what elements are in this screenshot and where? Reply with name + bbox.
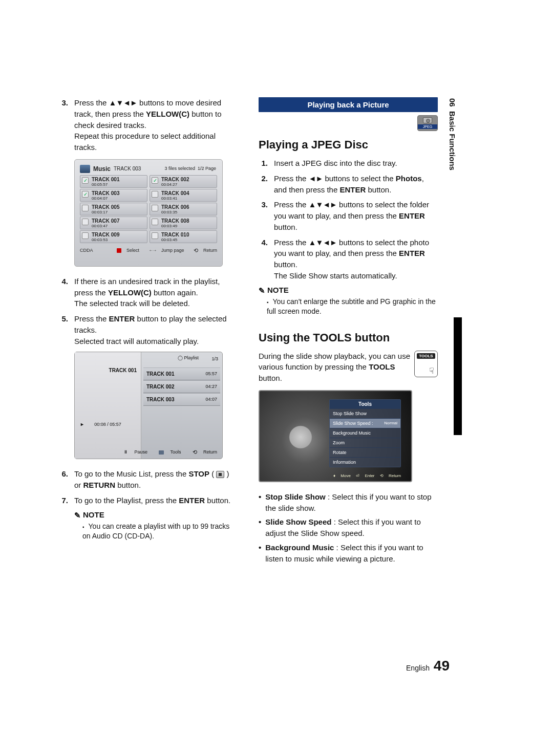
step-number: 3. [259,199,268,232]
playlist-label: Playlist [184,355,199,360]
arrow-icons: ▲▼◄► [309,238,337,247]
files-selected: 3 files selected [164,166,195,171]
footer-buttons: Select ←→ Jump page ⟲Return [109,247,217,254]
note-list: You can create a playlist with up to 99 … [82,522,238,542]
playlist-row: TRACK 00105:57 [143,368,220,380]
enter-label: ENTER [399,249,425,257]
track-name: TRACK 003 [92,190,145,196]
jpeg-label: JPEG [418,124,437,129]
return-label: Return [389,473,401,478]
track-row: ✓TRACK 00100:05:57 [80,175,147,188]
track-duration: 00:04:07 [92,196,145,201]
tools-icon [159,450,164,455]
step-6: 6. To go to the Music List, press the ST… [59,468,238,491]
bullet-item: Background Music : Select this if you wa… [259,542,438,565]
heading-playing-jpeg: Playing a JPEG Disc [259,138,438,152]
check-icon [82,232,89,239]
txt: The Slide Show starts automatically. [274,271,397,280]
txt: button. [115,481,141,489]
cdda-label: CDDA [80,248,93,253]
photos-label: Photos [396,174,422,183]
move-label: Move [341,473,351,478]
track-columns: ✓TRACK 00100:05:57 ✓TRACK 00300:04:07 TR… [80,175,217,244]
track-name: TRACK 007 [92,218,145,224]
yellow-c-label: YELLOW(C) [108,288,152,297]
return-label: Return [203,248,217,253]
track-name: TRACK 009 [92,232,145,237]
badge-row: JPEG [259,115,438,131]
track-duration: 00:03:45 [161,237,215,242]
track-duration: 00:04:27 [161,182,215,187]
thumb-index-bar [454,317,462,435]
enter-label: ENTER [109,314,135,323]
txt: To go to the Playlist, press the [74,496,179,505]
camera-icon [423,117,432,123]
check-icon: ✓ [152,177,158,184]
track-row: ✓TRACK 00300:04:07 [80,189,147,202]
bullet-item: Slide Show Speed : Select this if you wa… [259,516,438,539]
tools-button-illustration: TOOLS ☟ [414,351,438,377]
chapter-number: 06 [448,98,457,107]
step-text: To go to the Music List, press the STOP … [74,468,238,491]
note-item: You can't enlarge the subtitle and PG gr… [267,297,438,317]
bullet-term: Stop Slide Show [265,492,326,501]
enter-label: ENTER [399,211,425,220]
step-7: 7. To go to the Playlist, press the ENTE… [59,495,238,506]
track-name: TRACK 008 [161,218,215,224]
shot2-footer: ⏸ Pause Tools ⟲Return [118,449,217,456]
track-row: TRACK 00800:03:49 [150,217,217,229]
jump-label: Jump page [161,248,184,253]
tools-menu-item: Zoom [330,438,400,447]
txt: Press the [274,238,309,247]
step-text: To go to the Playlist, press the ENTER b… [74,495,230,506]
track-duration: 00:05:57 [92,182,145,187]
stop-label: STOP [188,469,209,478]
playlist-page: 1/3 [211,356,218,361]
music-title: Music [93,165,111,172]
txt: Press the [274,174,309,183]
tools-footer: ♦ Move ⏎ Enter ⟲ Return [329,473,401,478]
pl-dur: 05:57 [205,371,217,377]
item-name: Stop Slide Show [333,411,367,416]
tools-screenshot: Tools Stop Slide Show Slide Show Speed :… [259,390,412,482]
track-name: TRACK 001 [92,177,145,182]
txt: The selected track will be deleted. [74,299,190,308]
page-indicator: 1/2 Page [198,166,216,171]
tools-btn-label: TOOLS [417,353,435,359]
track-row: TRACK 00500:03:17 [80,203,147,215]
note-list: You can't enlarge the subtitle and PG gr… [267,297,438,317]
check-icon: ✓ [82,191,89,198]
track-name: TRACK 002 [161,177,215,182]
step-text: Press the ▲▼◄► buttons to move desired t… [74,97,238,153]
column-right: Playing back a Picture JPEG Playing a JP… [259,97,438,567]
check-icon [82,219,89,225]
bullet-term: Background Music [265,543,334,552]
step-number: 6. [59,468,68,491]
move-btn: ♦ Move [333,473,351,478]
track-name: TRACK 006 [161,204,215,210]
txt: button. [274,223,297,231]
pl-name: TRACK 003 [146,397,174,402]
check-icon [152,191,158,198]
step-r3: 3. Press the ▲▼◄► buttons to select the … [259,199,438,232]
check-icon [152,205,158,211]
txt: button. [259,374,282,382]
step-3: 3. Press the ▲▼◄► buttons to move desire… [59,97,238,153]
txt: Press the [74,98,109,107]
txt: Selected tract will automatically play. [74,337,199,345]
select-btn: Select [113,248,139,253]
lr-arrows-icon: ◄► [309,174,323,183]
track-duration: 00:03:47 [92,224,145,228]
track-row: TRACK 00900:03:53 [80,230,147,243]
item-name: Zoom [333,440,345,445]
step-number: 5. [59,313,68,347]
check-icon: ✓ [82,177,89,184]
bullet-item: Stop Slide Show : Select this if you wan… [259,491,438,514]
progress-indicator: 00:08 / 05:57 [75,422,141,427]
item-name: Slide Show Speed : [333,421,373,426]
enter-label: ENTER [179,496,205,505]
txt: Press the [74,314,109,323]
chapter-tab-text: 06 Basic Functions [448,98,457,170]
item-name: Rotate [333,450,347,455]
track-row: TRACK 00400:03:41 [150,189,217,202]
